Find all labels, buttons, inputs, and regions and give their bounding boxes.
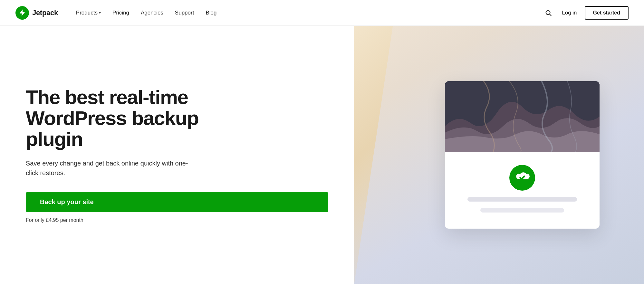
- nav-item-support[interactable]: Support: [170, 7, 199, 19]
- hero-card-body: [445, 152, 600, 229]
- hero-section: The best real-time WordPress backup plug…: [0, 26, 644, 284]
- logo-icon: [15, 6, 29, 20]
- hero-right: [354, 26, 644, 284]
- header-actions: Log in Get started: [543, 6, 629, 20]
- nav-item-products[interactable]: Products ▾: [71, 7, 106, 19]
- nav-label-agencies: Agencies: [141, 10, 163, 16]
- nav-label-support: Support: [175, 10, 194, 16]
- cloud-check-svg: [514, 170, 530, 186]
- card-progress-bar-2: [480, 208, 564, 213]
- nav-label-blog: Blog: [206, 10, 216, 16]
- nav-label-products: Products: [76, 10, 98, 16]
- hero-headline: The best real-time WordPress backup plug…: [26, 87, 251, 149]
- logo-text: Jetpack: [32, 9, 58, 17]
- card-progress-bar-1: [467, 197, 577, 202]
- nav-label-pricing: Pricing: [112, 10, 129, 16]
- logo-link[interactable]: Jetpack: [15, 6, 58, 20]
- pricing-note: For only £4.95 per month: [26, 217, 328, 223]
- hero-card: [445, 81, 600, 229]
- hero-left: The best real-time WordPress backup plug…: [0, 26, 354, 284]
- get-started-button[interactable]: Get started: [585, 6, 629, 20]
- hero-subtext: Save every change and get back online qu…: [26, 158, 193, 178]
- products-chevron-icon: ▾: [99, 11, 101, 15]
- search-icon: [545, 9, 552, 16]
- canyon-svg: [445, 81, 600, 152]
- search-button[interactable]: [543, 7, 554, 19]
- jetpack-bolt-icon: [18, 9, 26, 17]
- svg-point-0: [546, 10, 550, 14]
- cta-button[interactable]: Back up your site: [26, 192, 328, 212]
- cloud-check-icon: [509, 165, 535, 191]
- site-header: Jetpack Products ▾ Pricing Agencies Supp…: [0, 0, 644, 26]
- login-link[interactable]: Log in: [561, 7, 578, 19]
- nav-item-blog[interactable]: Blog: [200, 7, 222, 19]
- nav-item-agencies[interactable]: Agencies: [136, 7, 168, 19]
- main-nav: Products ▾ Pricing Agencies Support Blog: [71, 7, 543, 19]
- hero-card-image: [445, 81, 600, 152]
- nav-item-pricing[interactable]: Pricing: [107, 7, 134, 19]
- svg-line-1: [550, 14, 551, 16]
